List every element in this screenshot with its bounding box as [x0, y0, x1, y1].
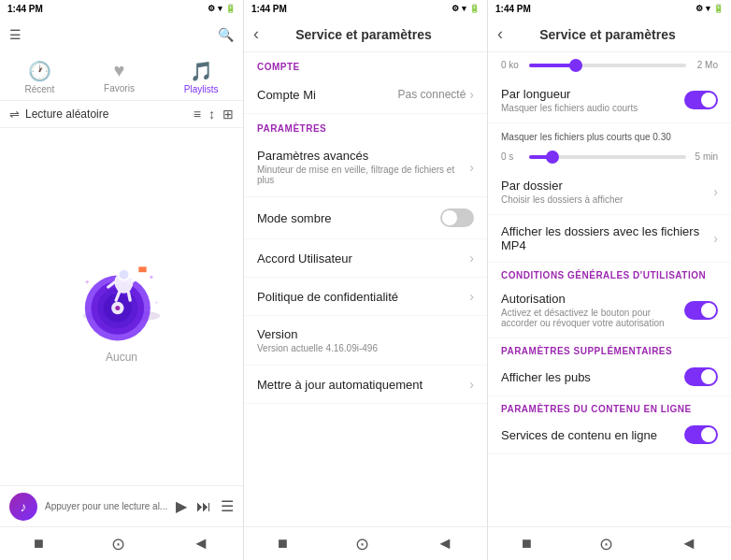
queue-button[interactable]: ☰: [221, 497, 234, 515]
mode-sombre-title: Mode sombre: [257, 211, 440, 225]
playback-controls: ▶ ⏭ ☰: [176, 497, 234, 515]
right-settings-list: 0 ko 2 Mo Par longueur Masquer les fichi…: [488, 52, 731, 526]
left-topbar: ☰ 🔍: [0, 17, 243, 52]
section-params: PARAMÈTRES: [244, 114, 487, 137]
back-icon-right[interactable]: ◄: [681, 534, 697, 553]
back-icon[interactable]: ◄: [193, 534, 209, 553]
back-button-right[interactable]: ‹: [497, 24, 503, 44]
mode-sombre-toggle[interactable]: [440, 208, 474, 227]
circle-icon[interactable]: ⊙: [111, 534, 125, 554]
left-panel: 1:44 PM ⚙ ▾ 🔋 ☰ 🔍 🕐 Récent ♥ Favoris 🎵 P…: [0, 0, 244, 560]
next-button[interactable]: ⏭: [196, 498, 211, 515]
masquer-label: Masquer les fichiers plus courts que 0.3…: [501, 132, 671, 142]
recent-icon: 🕐: [28, 60, 51, 82]
afficher-pubs-toggle[interactable]: [684, 367, 718, 386]
grid-icon[interactable]: ⊞: [222, 107, 234, 122]
accord-util-title: Accord Utilisateur: [257, 251, 469, 266]
services-contenu-toggle[interactable]: [684, 425, 718, 444]
now-playing-bar[interactable]: ♪ Appuyer pour une lecture al... ▶ ⏭ ☰: [0, 485, 243, 526]
slider2-track[interactable]: [529, 155, 686, 159]
item-accord-util[interactable]: Accord Utilisateur ›: [244, 239, 487, 278]
params-avances-sub: Minuteur de mise en veille, filtrage de …: [257, 165, 469, 185]
svg-text:✦: ✦: [149, 274, 154, 280]
afficher-dossiers-title: Afficher les dossiers avec les fichiers …: [501, 224, 713, 252]
section-compte: COMPTE: [244, 52, 487, 76]
bottom-nav-left: ■ ⊙ ◄: [0, 526, 243, 560]
item-par-dossier[interactable]: Par dossier Choisir les dossiers à affic…: [488, 169, 731, 215]
battery-icon-mid: 🔋: [469, 4, 480, 13]
play-button[interactable]: ▶: [176, 497, 187, 515]
home-icon[interactable]: ■: [34, 534, 44, 553]
item-params-avances[interactable]: Paramètres avancés Minuteur de mise en v…: [244, 137, 487, 197]
circle-icon-right[interactable]: ⊙: [599, 534, 613, 554]
chevron-afficher-dossiers: ›: [713, 231, 718, 246]
filter-icon[interactable]: ☰: [9, 27, 22, 42]
right-panel: 1:44 PM ⚙ ▾ 🔋 ‹ Service et paramètres 0 …: [488, 0, 731, 560]
circle-icon-mid[interactable]: ⊙: [355, 534, 369, 554]
item-afficher-dossiers[interactable]: Afficher les dossiers avec les fichiers …: [488, 215, 731, 263]
status-bar-left: 1:44 PM ⚙ ▾ 🔋: [0, 0, 243, 17]
right-panel-title: Service et paramètres: [510, 27, 705, 42]
slider1-thumb: [569, 59, 582, 72]
item-compte-mi[interactable]: Compte Mi Pas connecté ›: [244, 76, 487, 114]
wifi-icon-right: ▾: [706, 4, 710, 13]
masquer-label-container: Masquer les fichiers plus courts que 0.3…: [488, 123, 731, 144]
par-dossier-sub: Choisir les dossiers à afficher: [501, 194, 713, 205]
slider2-thumb: [546, 151, 559, 164]
slider2-right: 5 min: [692, 151, 718, 162]
chevron-maj-auto: ›: [469, 377, 474, 392]
status-icons-left: ⚙ ▾ 🔋: [208, 4, 236, 13]
item-version: Version Version actuelle 4.16.09i-496: [244, 316, 487, 366]
autorisation-toggle[interactable]: [684, 301, 718, 320]
search-icon[interactable]: 🔍: [218, 27, 234, 42]
item-autorisation[interactable]: Autorisation Activez et désactivez le bo…: [488, 282, 731, 338]
home-icon-mid[interactable]: ■: [278, 534, 288, 553]
settings-icon-right: ⚙: [695, 4, 703, 13]
par-longueur-toggle[interactable]: [684, 91, 718, 109]
svg-line-14: [134, 277, 139, 280]
svg-point-12: [120, 270, 129, 280]
wifi-icon-mid: ▾: [462, 4, 466, 13]
tab-playlists-label: Playlists: [184, 84, 219, 94]
shuffle-bar: ⇌ Lecture aléatoire ≡ ↕ ⊞: [0, 101, 243, 128]
item-par-longueur[interactable]: Par longueur Masquer les fichiers audio …: [488, 78, 731, 123]
politique-conf-title: Politique de confidentialité: [257, 290, 469, 304]
services-contenu-title: Services de contenu en ligne: [501, 428, 684, 442]
favoris-icon: ♥: [114, 60, 125, 81]
status-bar-mid: 1:44 PM ⚙ ▾ 🔋: [244, 0, 487, 17]
tab-playlists[interactable]: 🎵 Playlists: [177, 58, 226, 96]
chevron-par-dossier: ›: [713, 184, 718, 199]
shuffle-icon[interactable]: ⇌: [9, 108, 20, 122]
version-sub: Version actuelle 4.16.09i-496: [257, 343, 474, 353]
slider1-track[interactable]: [529, 64, 686, 67]
back-icon-mid[interactable]: ◄: [437, 534, 453, 553]
tab-recent[interactable]: 🕐 Récent: [17, 58, 62, 96]
params-avances-title: Paramètres avancés: [257, 149, 469, 163]
item-services-contenu[interactable]: Services de contenu en ligne: [488, 416, 731, 454]
tab-favoris[interactable]: ♥ Favoris: [96, 58, 142, 96]
battery-icon-right: 🔋: [713, 4, 724, 13]
chevron-accord-util: ›: [469, 251, 474, 266]
slider1-left: 0 ko: [501, 60, 523, 70]
afficher-pubs-title: Afficher les pubs: [501, 370, 684, 384]
list-icon[interactable]: ≡: [194, 107, 201, 122]
maj-auto-title: Mettre à jour automatiquement: [257, 378, 469, 392]
item-maj-auto[interactable]: Mettre à jour automatiquement ›: [244, 366, 487, 404]
slider1-right: 2 Mo: [692, 60, 718, 70]
empty-area: + ✦ + Aucun: [0, 128, 243, 485]
svg-rect-16: [138, 266, 146, 272]
back-button-mid[interactable]: ‹: [253, 24, 259, 44]
right-topbar: ‹ Service et paramètres: [488, 17, 731, 52]
bottom-nav-right: ■ ⊙ ◄: [488, 526, 731, 560]
chevron-params-avances: ›: [469, 160, 474, 175]
sort-icon[interactable]: ↕: [208, 107, 215, 122]
tab-favoris-label: Favoris: [104, 83, 135, 93]
item-politique-conf[interactable]: Politique de confidentialité ›: [244, 278, 487, 316]
par-dossier-title: Par dossier: [501, 179, 713, 193]
home-icon-right[interactable]: ■: [522, 534, 532, 553]
section-params-supp: PARAMÈTRES SUPPLÉMENTAIRES: [488, 338, 731, 358]
item-afficher-pubs[interactable]: Afficher les pubs: [488, 358, 731, 396]
slider1-container: 0 ko 2 Mo: [488, 52, 731, 78]
settings-icon-mid: ⚙: [452, 4, 459, 13]
item-mode-sombre[interactable]: Mode sombre: [244, 197, 487, 239]
